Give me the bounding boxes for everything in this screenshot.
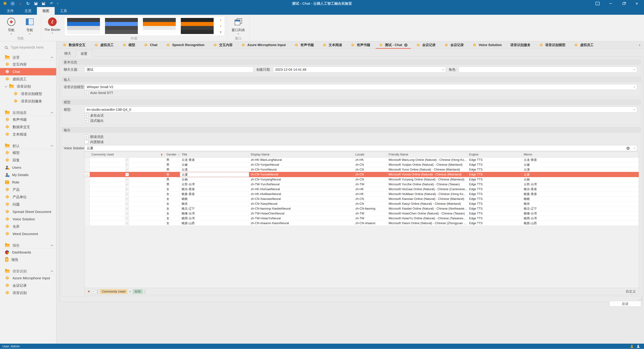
cell-engine[interactable]: Edge TTS [468, 182, 522, 187]
sidebar-item[interactable]: Users [0, 164, 56, 171]
cell-locale[interactable]: zh-HK [354, 192, 387, 196]
cell-friendly-name[interactable]: Microsoft HsiaoYu Online (Natural) - Chi… [387, 216, 468, 221]
cell-memo[interactable]: 晓晓 [522, 197, 639, 201]
save-icon[interactable] [34, 1, 38, 6]
cell-title[interactable]: 云杨 [180, 177, 249, 182]
grid-column-header[interactable]: Engine [468, 152, 522, 157]
cell-gender[interactable]: 女 [165, 192, 180, 196]
navigation-pane-button[interactable]: 导航 ▼ [20, 16, 39, 35]
cell-engine[interactable]: Edge TTS [468, 216, 522, 221]
cell-commonly-used[interactable]: ✓ [90, 201, 165, 206]
cell-engine[interactable]: Edge TTS [468, 187, 522, 192]
checkbox-row[interactable]: ✓朗读消息 [84, 134, 639, 139]
filter-field-chip[interactable]: Commonly Used [100, 289, 127, 294]
ribbon-tab[interactable]: 文件 [1, 7, 19, 15]
cell-gender[interactable]: 男 [165, 182, 180, 187]
sidebar-item[interactable]: ✱?虚拟员工 [0, 75, 56, 83]
cell-locale[interactable]: zh-CN-liaoning [354, 206, 387, 211]
checkbox[interactable]: ✓ [126, 163, 129, 166]
chevron-up-icon[interactable] [51, 270, 53, 273]
sidebar-item[interactable]: ✱?Azure Microphone Input [0, 275, 56, 282]
theme-swatch[interactable] [181, 18, 214, 34]
cell-commonly-used[interactable]: ✓ [90, 157, 165, 162]
cell-gender[interactable]: 女 [165, 216, 180, 221]
sidebar-group-header[interactable]: 语音识别 [0, 268, 56, 275]
filter-value-chip[interactable]: 校验 [133, 289, 143, 294]
checkbox[interactable]: ✓ [126, 217, 129, 220]
refresh-icon[interactable]: ↻ [26, 1, 30, 6]
cell-display-name[interactable]: zh-HK-WanLungNeural [249, 157, 354, 162]
sidebar-group-header[interactable]: 报告 [0, 242, 56, 249]
checkbox-row[interactable]: ✓内置朗读 [84, 140, 639, 144]
cell-title[interactable]: 云健 [180, 162, 249, 167]
cell-locale[interactable]: zh-TW [354, 182, 387, 187]
cell-engine[interactable]: Edge TTS [468, 221, 522, 226]
grid-row[interactable]: ✓女晓北-辽宁zh-CN-liaoning-XiaobeiNeuralzh-CN… [85, 206, 639, 211]
document-tab[interactable]: ✱?会议记录 [412, 41, 440, 49]
tab-close-icon[interactable]: × [404, 43, 408, 47]
cell-engine[interactable]: Edge TTS [468, 211, 522, 216]
sidebar-item[interactable]: 报告 [0, 256, 56, 263]
cell-memo[interactable]: 晓北-辽宁 [522, 206, 639, 211]
cell-friendly-name[interactable]: Microsoft HiuMaan Online (Natural) - Chi… [387, 192, 468, 196]
chevron-up-icon[interactable] [51, 112, 53, 115]
checkbox[interactable]: ✓ [84, 135, 88, 139]
cell-locale[interactable]: zh-CN [354, 172, 387, 177]
document-tab[interactable]: ✱?Azure Microphone Input [237, 41, 290, 49]
checkbox[interactable]: ✓ [126, 158, 129, 162]
cell-memo[interactable]: 云哲-台湾 [522, 182, 639, 187]
cell-memo[interactable]: 晓臻-台湾 [522, 211, 639, 216]
undo-icon[interactable]: ↶ [49, 1, 54, 6]
theme-swatch[interactable] [67, 18, 100, 34]
chevron-up-icon[interactable] [51, 245, 53, 247]
checkbox[interactable]: ✓ [126, 212, 129, 215]
cell-display-name[interactable]: zh-TW-YunJheNeural [249, 182, 354, 187]
grid-column-header[interactable]: Title [180, 152, 249, 157]
cell-friendly-name[interactable]: Microsoft Xiaoni Online (Natural) - Chin… [387, 221, 468, 226]
cell-engine[interactable]: Edge TTS [468, 197, 522, 201]
sidebar-item[interactable]: ✱?有声书籍 [0, 116, 56, 123]
cell-gender[interactable]: 女 [165, 201, 180, 206]
checkbox[interactable]: ✓ [126, 207, 129, 210]
cell-display-name[interactable]: zh-CN-YunxiNeural [249, 167, 354, 172]
grid-row[interactable]: ✓女晓佳-香港zh-HK-HiuGaaiNeuralzh-HKMicrosoft… [85, 187, 639, 192]
cell-locale[interactable]: zh-HK [354, 187, 387, 192]
cell-engine[interactable]: Edge TTS [468, 167, 522, 172]
sidebar-item[interactable]: 语音识别 [0, 83, 56, 90]
sidebar-item[interactable]: ✱?语音识别 [0, 289, 56, 297]
sidebar-item[interactable]: Role [0, 179, 56, 186]
cell-locale[interactable]: zh-CN [354, 167, 387, 172]
checkbox[interactable]: ✓ [126, 202, 129, 205]
cell-commonly-used[interactable]: ✓ [90, 167, 165, 172]
document-tab[interactable]: ✱?Chat [140, 41, 162, 49]
ribbon-tab[interactable]: 工具 [55, 7, 72, 15]
filter-funnel-icon[interactable] [160, 154, 163, 155]
checkbox[interactable]: ✓ [126, 192, 129, 196]
cell-friendly-name[interactable]: Microsoft Yunxia Online (Natural) - Chin… [387, 172, 468, 177]
stt-model-combo[interactable]: Whisper Small V2▼ [84, 84, 637, 90]
grid-column-header[interactable]: Display Name [249, 152, 354, 157]
ribbon-collapse-button[interactable]: ↑ [595, 1, 600, 6]
cell-friendly-name[interactable]: Microsoft Xiaobei Online (Natural) - Chi… [387, 206, 468, 211]
document-tab[interactable]: ✱?文本阅读 [318, 41, 346, 49]
cell-engine[interactable]: Edge TTS [468, 162, 522, 167]
gallery-up-icon[interactable]: ▲ [220, 18, 222, 21]
checkbox[interactable]: ✓ [84, 119, 88, 122]
document-tab[interactable]: ✱?虚拟员工 [90, 41, 118, 49]
theme-swatch[interactable] [143, 18, 176, 34]
cell-title[interactable]: 晓晓 [180, 197, 249, 201]
filter-enabled-checkbox[interactable]: ✓ [92, 290, 96, 293]
chevron-down-icon[interactable] [5, 85, 8, 87]
resize-grip[interactable] [638, 297, 642, 301]
grid-row[interactable]: ✓男云健zh-CN-YunjianNeuralzh-CNMicrosoft Yu… [85, 162, 639, 167]
grid-row[interactable]: →✓男云夏zh-CN-YunxiaNeuralzh-CNMicrosoft Yu… [85, 172, 639, 177]
cell-display-name[interactable]: zh-CN-YunyangNeural [249, 177, 354, 182]
cell-display-name[interactable]: zh-CN-YunjianNeural [249, 162, 354, 167]
cell-commonly-used[interactable]: ✓ [90, 192, 165, 196]
qat-dropdown-icon[interactable]: ▾ [57, 2, 58, 5]
cell-engine[interactable]: Edge TTS [468, 201, 522, 206]
grid-column-header[interactable]: Locale [354, 152, 387, 157]
clear-icon[interactable]: × [626, 147, 630, 150]
grid-row[interactable]: ✓男云龙-香港zh-HK-WanLungNeuralzh-HKMicrosoft… [85, 157, 639, 162]
checkbox[interactable]: ✓ [126, 183, 129, 186]
